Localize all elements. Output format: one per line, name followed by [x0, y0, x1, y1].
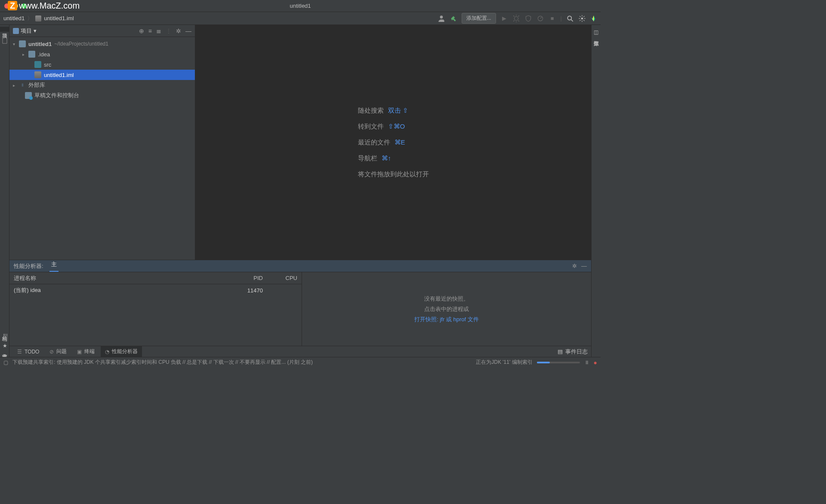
- profiler-table-header: 进程名称 PID CPU: [9, 272, 302, 284]
- svg-point-0: [440, 15, 443, 18]
- profiler-process-list: 进程名称 PID CPU (当前) idea 11470: [9, 272, 302, 346]
- profiler-panel: 性能分析器: 主 ✲ — 进程名称 PID CPU (当前) idea 11: [9, 260, 591, 346]
- editor-area[interactable]: 随处搜索双击 ⇧ 转到文件⇧⌘O 最近的文件⌘E 导航栏⌘↑ 将文件拖放到此处以…: [195, 25, 591, 260]
- left-gutter: 项目 结构 ⠿ ★ 收藏夹: [0, 25, 9, 357]
- folder-icon: [28, 51, 35, 58]
- profiler-process-row[interactable]: (当前) idea 11470: [9, 284, 302, 296]
- favorites-tool-tab[interactable]: ★ 收藏夹: [0, 340, 9, 353]
- tab-profiler[interactable]: ◔性能分析器: [101, 346, 142, 357]
- settings-icon[interactable]: [578, 15, 586, 22]
- hide-panel-icon[interactable]: —: [185, 28, 191, 34]
- open-snapshot-link[interactable]: 打开快照: jfr 或 hprof 文件: [414, 316, 479, 323]
- profiler-tab-main[interactable]: 主: [49, 261, 59, 272]
- project-tree[interactable]: ▾ untitled1~/IdeaProjects/untitled1 ▸.id…: [9, 37, 195, 102]
- search-icon[interactable]: [566, 15, 574, 22]
- profiler-title: 性能分析器:: [14, 262, 43, 270]
- event-log-button[interactable]: ▤事件日志: [558, 348, 588, 356]
- titlebar: Zwww.MacZ.com untitled1: [0, 0, 601, 12]
- svg-point-3: [567, 16, 571, 20]
- file-gutter-icon[interactable]: [1, 37, 8, 44]
- status-tool-windows-icon[interactable]: ▢: [3, 360, 8, 366]
- project-view-selector[interactable]: 项目 ▾: [13, 27, 37, 35]
- progress-bar[interactable]: [537, 362, 580, 363]
- right-gutter: ◫ 数据库: [591, 25, 601, 357]
- tree-root[interactable]: ▾ untitled1~/IdeaProjects/untitled1: [9, 39, 195, 49]
- breadcrumb-root[interactable]: untitled1: [3, 15, 25, 22]
- pause-icon[interactable]: ⏸: [584, 360, 589, 366]
- tab-problems[interactable]: ⊘问题: [45, 346, 71, 357]
- svg-point-1: [514, 16, 518, 20]
- database-tool-tab[interactable]: ◫ 数据库: [592, 27, 601, 39]
- watermark: Zwww.MacZ.com: [8, 1, 80, 11]
- tree-item-src[interactable]: src: [9, 59, 195, 70]
- toolbar-right: 添加配置... ▶ ■ |: [438, 13, 597, 24]
- bottom-tabs: ☰TODO ⊘问题 ▣终端 ◔性能分析器 ▤事件日志: [9, 346, 591, 357]
- project-panel-header: 项目 ▾ ⊕ ≡ ≣ ⋮ ✲ —: [9, 25, 195, 37]
- user-icon[interactable]: [438, 15, 445, 22]
- debug-icon[interactable]: [512, 15, 520, 22]
- collapse-all-icon[interactable]: ≣: [156, 28, 161, 34]
- jetbrains-icon[interactable]: [590, 15, 597, 22]
- breadcrumb[interactable]: untitled1 〉 untitled1.iml: [3, 15, 74, 22]
- iml-icon: [35, 15, 41, 22]
- tab-terminal[interactable]: ▣终端: [73, 346, 99, 357]
- tab-todo[interactable]: ☰TODO: [13, 346, 43, 357]
- project-folder-icon: [19, 40, 26, 47]
- profiler-header: 性能分析器: 主 ✲ —: [9, 260, 591, 272]
- project-tool-tab[interactable]: 项目: [0, 27, 9, 32]
- add-configuration-button[interactable]: 添加配置...: [462, 13, 496, 24]
- svg-point-4: [581, 17, 583, 19]
- profiler-empty-state: 没有最近的快照。 点击表中的进程或 打开快照: jfr 或 hprof 文件: [302, 272, 591, 346]
- status-bar: ▢ 下载预建共享索引: 使用预建的 JDK 个共享索引减少索引时间和 CPU 负…: [0, 357, 601, 367]
- stop-icon[interactable]: ■: [549, 15, 556, 22]
- breadcrumb-separator: 〉: [27, 15, 33, 22]
- panel-settings-icon[interactable]: ✲: [176, 28, 181, 34]
- build-icon[interactable]: [450, 15, 457, 22]
- profile-icon[interactable]: [536, 15, 544, 22]
- profiler-hide-icon[interactable]: —: [581, 263, 587, 269]
- navbar: untitled1 〉 untitled1.iml 添加配置... ▶ ■ |: [0, 12, 601, 25]
- expand-all-icon[interactable]: ≡: [148, 28, 152, 34]
- src-folder-icon: [34, 61, 41, 68]
- indexing-label: 正在为JDK '11' 编制索引: [476, 359, 532, 366]
- scratch-icon: [25, 92, 32, 99]
- tree-item-scratch[interactable]: 草稿文件和控制台: [9, 90, 195, 101]
- editor-hints: 随处搜索双击 ⇧ 转到文件⇧⌘O 最近的文件⌘E 导航栏⌘↑ 将文件拖放到此处以…: [358, 107, 429, 178]
- project-panel: 项目 ▾ ⊕ ≡ ≣ ⋮ ✲ — ▾ untitled1~/IdeaProjec…: [9, 25, 195, 260]
- window-title: untitled1: [290, 3, 311, 9]
- breadcrumb-file[interactable]: untitled1.iml: [44, 15, 74, 22]
- structure-tool-tab[interactable]: 结构 ⠿: [0, 329, 9, 340]
- locate-icon[interactable]: ⊕: [139, 28, 144, 34]
- profiler-settings-icon[interactable]: ✲: [572, 263, 577, 269]
- error-indicator-icon[interactable]: ●: [594, 359, 597, 366]
- tree-item-external-libs[interactable]: ▸⫴外部库: [9, 80, 195, 90]
- tree-item-idea[interactable]: ▸.idea: [9, 49, 195, 59]
- iml-file-icon: [34, 71, 41, 78]
- tree-item-iml[interactable]: untitled1.iml: [9, 70, 195, 80]
- status-message[interactable]: 下载预建共享索引: 使用预建的 JDK 个共享索引减少索引时间和 CPU 负载 …: [12, 359, 472, 366]
- library-icon: ⫴: [19, 82, 26, 89]
- run-icon[interactable]: ▶: [500, 15, 508, 22]
- coverage-icon[interactable]: [524, 15, 532, 22]
